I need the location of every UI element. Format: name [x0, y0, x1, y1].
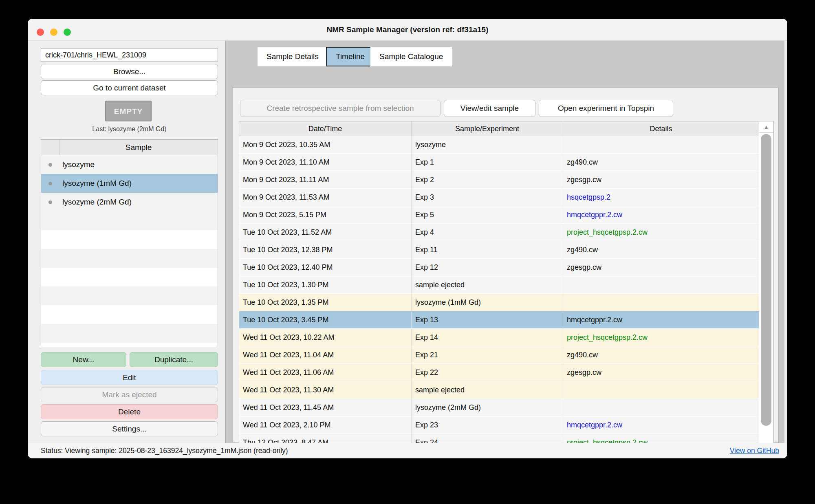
cell-details: zg490.cw: [563, 154, 759, 171]
open-experiment-in-topspin-button[interactable]: Open experiment in Topspin: [539, 100, 673, 117]
cell-datetime: Tue 10 Oct 2023, 1.35 PM: [239, 294, 412, 311]
create-retrospective-sample-button[interactable]: Create retrospective sample from selecti…: [240, 100, 441, 117]
empty-sample-row: [41, 343, 218, 347]
cell-sample-experiment: sample ejected: [412, 276, 563, 293]
cell-details: zgesgp.cw: [563, 259, 759, 276]
edit-sample-button[interactable]: Edit: [41, 370, 218, 385]
cell-datetime: Mon 9 Oct 2023, 11.11 AM: [239, 171, 412, 188]
timeline-row[interactable]: Mon 9 Oct 2023, 10.35 AM lysozyme: [239, 136, 759, 154]
browse-button[interactable]: Browse...: [41, 64, 218, 79]
cell-datetime: Mon 9 Oct 2023, 5.15 PM: [239, 206, 412, 223]
empty-sample-row: [41, 268, 218, 286]
cell-details: hmqcetgppr.2.cw: [563, 311, 759, 328]
column-header-details: Details: [563, 121, 759, 136]
scroll-up-arrow-icon[interactable]: ▲: [759, 121, 773, 133]
cell-sample-experiment: lysozyme: [412, 136, 563, 153]
duplicate-sample-button[interactable]: Duplicate...: [130, 352, 218, 367]
empty-sample-row: [41, 211, 218, 230]
cell-details: [563, 276, 759, 293]
timeline-row[interactable]: Mon 9 Oct 2023, 11.11 AM Exp 2 zgesgp.cw: [239, 171, 759, 189]
cell-datetime: Wed 11 Oct 2023, 10.22 AM: [239, 329, 412, 346]
cell-datetime: Wed 11 Oct 2023, 11.06 AM: [239, 364, 412, 381]
tab-sample-catalogue[interactable]: Sample Catalogue: [370, 47, 452, 66]
timeline-row[interactable]: Mon 9 Oct 2023, 5.15 PM Exp 5 hmqcetgppr…: [239, 206, 759, 224]
cell-datetime: Wed 11 Oct 2023, 11.30 AM: [239, 381, 412, 398]
vertical-scrollbar[interactable]: ▲ ▼: [759, 121, 773, 458]
sample-table-header: Sample: [41, 140, 218, 155]
timeline-row[interactable]: Tue 10 Oct 2023, 1.30 PM sample ejected: [239, 276, 759, 294]
sample-status-dot-icon: [48, 182, 52, 185]
tab-timeline[interactable]: Timeline: [326, 47, 374, 66]
timeline-table-header: Date/Time Sample/Experiment Details: [239, 121, 759, 136]
cell-sample-experiment: Exp 1: [412, 154, 563, 171]
timeline-row[interactable]: Wed 11 Oct 2023, 11.30 AM sample ejected: [239, 381, 759, 399]
sample-name: lysozyme (2mM Gd): [62, 193, 132, 211]
empty-sample-row: [41, 305, 218, 324]
cell-datetime: Wed 11 Oct 2023, 11.45 AM: [239, 399, 412, 416]
timeline-row[interactable]: Tue 10 Oct 2023, 1.35 PM lysozyme (1mM G…: [239, 294, 759, 311]
last-sample-label: Last: lysozyme (2mM Gd): [41, 125, 218, 133]
cell-details: [563, 294, 759, 311]
status-bar: Status: Viewing sample: 2025-08-23_16392…: [28, 443, 787, 458]
empty-sample-row: [41, 249, 218, 268]
cell-sample-experiment: Exp 22: [412, 364, 563, 381]
goto-current-dataset-button[interactable]: Go to current dataset: [41, 80, 218, 95]
cell-datetime: Wed 11 Oct 2023, 11.04 AM: [239, 346, 412, 363]
timeline-row[interactable]: Wed 11 Oct 2023, 2.10 PM Exp 23 hmqcetgp…: [239, 416, 759, 434]
cell-sample-experiment: sample ejected: [412, 381, 563, 398]
mark-as-ejected-button[interactable]: Mark as ejected: [41, 387, 218, 402]
cell-details: zgesgp.cw: [563, 364, 759, 381]
timeline-table: Date/Time Sample/Experiment Details Mon …: [239, 121, 774, 458]
new-sample-button[interactable]: New...: [41, 352, 126, 367]
tab-sample-details[interactable]: Sample Details: [258, 47, 328, 66]
delete-sample-button[interactable]: Delete: [41, 404, 218, 419]
timeline-row[interactable]: Mon 9 Oct 2023, 11.53 AM Exp 3 hsqcetgps…: [239, 189, 759, 206]
cell-details: zg490.cw: [563, 241, 759, 258]
sample-table: Sample lysozyme lysozyme (1mM Gd) lysozy…: [41, 139, 218, 347]
view-edit-sample-button[interactable]: View/edit sample: [444, 100, 535, 117]
cell-sample-experiment: Exp 21: [412, 346, 563, 363]
sample-list-item[interactable]: lysozyme (1mM Gd): [41, 174, 218, 193]
dataset-path-input[interactable]: [41, 48, 218, 62]
cell-datetime: Wed 11 Oct 2023, 2.10 PM: [239, 416, 412, 434]
timeline-row[interactable]: Wed 11 Oct 2023, 11.04 AM Exp 21 zg490.c…: [239, 346, 759, 364]
cell-details: zgesgp.cw: [563, 171, 759, 188]
cell-datetime: Tue 10 Oct 2023, 3.45 PM: [239, 311, 412, 328]
cell-details: hmqcetgppr.2.cw: [563, 206, 759, 223]
titlebar: NMR Sample Manager (version ref: df31a15…: [28, 19, 787, 41]
timeline-row[interactable]: Tue 10 Oct 2023, 3.45 PM Exp 13 hmqcetgp…: [239, 311, 759, 329]
timeline-row[interactable]: Tue 10 Oct 2023, 12.40 PM Exp 12 zgesgp.…: [239, 259, 759, 276]
sample-list-item[interactable]: lysozyme (2mM Gd): [41, 193, 218, 211]
column-header-sample-experiment: Sample/Experiment: [412, 121, 563, 136]
cell-sample-experiment: Exp 14: [412, 329, 563, 346]
sample-status-dot-icon: [48, 200, 52, 204]
timeline-row[interactable]: Tue 10 Oct 2023, 12.38 PM Exp 11 zg490.c…: [239, 241, 759, 259]
scrollbar-thumb[interactable]: [761, 134, 771, 426]
cell-datetime: Tue 10 Oct 2023, 12.38 PM: [239, 241, 412, 258]
empty-button[interactable]: EMPTY: [105, 101, 152, 121]
sample-name: lysozyme: [62, 155, 95, 174]
cell-sample-experiment: Exp 4: [412, 224, 563, 241]
settings-button[interactable]: Settings...: [41, 421, 218, 436]
cell-sample-experiment: Exp 12: [412, 259, 563, 276]
cell-details: [563, 399, 759, 416]
timeline-rows: Mon 9 Oct 2023, 10.35 AM lysozyme Mon 9 …: [239, 136, 759, 458]
cell-sample-experiment: lysozyme (1mM Gd): [412, 294, 563, 311]
cell-details: zg490.cw: [563, 346, 759, 363]
cell-details: hmqcetgppr.2.cw: [563, 416, 759, 434]
timeline-panel: Create retrospective sample from selecti…: [233, 87, 779, 443]
column-header-datetime: Date/Time: [239, 121, 412, 136]
timeline-row[interactable]: Wed 11 Oct 2023, 10.22 AM Exp 14 project…: [239, 329, 759, 346]
cell-sample-experiment: Exp 23: [412, 416, 563, 434]
view-on-github-link[interactable]: View on GitHub: [730, 443, 779, 458]
timeline-row[interactable]: Wed 11 Oct 2023, 11.06 AM Exp 22 zgesgp.…: [239, 364, 759, 381]
cell-datetime: Tue 10 Oct 2023, 1.30 PM: [239, 276, 412, 293]
cell-datetime: Tue 10 Oct 2023, 11.52 AM: [239, 224, 412, 241]
timeline-row[interactable]: Wed 11 Oct 2023, 11.45 AM lysozyme (2mM …: [239, 399, 759, 416]
timeline-row[interactable]: Mon 9 Oct 2023, 11.10 AM Exp 1 zg490.cw: [239, 154, 759, 171]
sample-list-item[interactable]: lysozyme: [41, 155, 218, 174]
cell-sample-experiment: Exp 3: [412, 189, 563, 206]
empty-sample-row: [41, 230, 218, 249]
cell-datetime: Mon 9 Oct 2023, 10.35 AM: [239, 136, 412, 153]
timeline-row[interactable]: Tue 10 Oct 2023, 11.52 AM Exp 4 project_…: [239, 224, 759, 241]
